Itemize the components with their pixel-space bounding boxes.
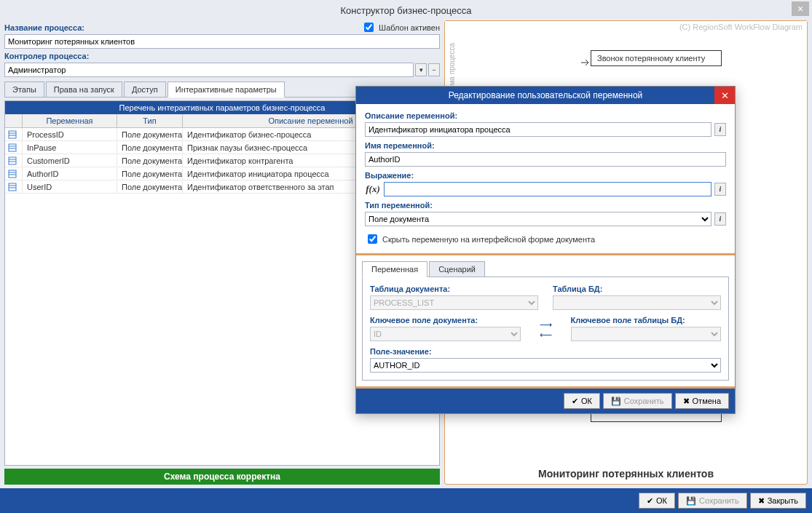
desc-label: Описание переменной: bbox=[365, 111, 726, 120]
desc-info-button[interactable]: i bbox=[714, 123, 726, 136]
link-icon: ⟶⟵ bbox=[535, 319, 556, 340]
cancel-icon: ✖ bbox=[683, 397, 690, 406]
tab-stages[interactable]: Этапы bbox=[4, 81, 44, 97]
doc-key-label: Ключевое поле документа: bbox=[370, 316, 521, 325]
svg-rect-3 bbox=[9, 144, 16, 151]
expr-input[interactable] bbox=[384, 182, 712, 196]
controller-dropdown-button[interactable]: ▾ bbox=[415, 63, 427, 76]
form-icon bbox=[8, 143, 17, 152]
close-icon: ✖ bbox=[758, 496, 765, 506]
process-name-label: Название процесса: bbox=[4, 23, 84, 32]
subtab-variable[interactable]: Переменная bbox=[362, 261, 427, 277]
type-select[interactable]: Поле документа bbox=[365, 212, 712, 226]
main-footer: ✔ ОК 💾 Сохранить ✖ Закрыть bbox=[0, 488, 812, 513]
controller-label: Контролер процесса: bbox=[4, 52, 440, 60]
window-close-button[interactable]: × bbox=[792, 1, 809, 16]
doc-table-select: PROCESS_LIST bbox=[370, 295, 538, 310]
dialog-sub-tabs: Переменная Сценарий bbox=[356, 255, 735, 277]
controller-input[interactable] bbox=[4, 63, 414, 77]
tab-access[interactable]: Доступ bbox=[124, 81, 166, 97]
varname-input[interactable] bbox=[365, 152, 726, 167]
dialog-ok-button[interactable]: ✔ ОК bbox=[564, 393, 600, 409]
db-key-select bbox=[571, 327, 722, 341]
db-table-label: Таблица БД: bbox=[553, 285, 721, 293]
dialog-save-button[interactable]: 💾 Сохранить bbox=[603, 393, 672, 409]
dialog-close-button[interactable]: ✕ bbox=[714, 87, 735, 104]
hide-checkbox-input[interactable] bbox=[368, 234, 377, 244]
variable-editor-dialog: Редактирование пользовательской переменн… bbox=[355, 86, 736, 414]
variable-sub-panel: Таблица документа: PROCESS_LIST Таблица … bbox=[362, 277, 729, 381]
process-name-input[interactable] bbox=[4, 34, 440, 49]
template-active-input[interactable] bbox=[364, 23, 374, 32]
fx-icon: f(x) bbox=[365, 183, 381, 195]
type-label: Тип переменной: bbox=[365, 201, 726, 210]
schema-status: Схема процесса корректна bbox=[4, 469, 440, 485]
db-table-select bbox=[553, 295, 721, 310]
save-icon: 💾 bbox=[611, 397, 621, 406]
diagram-watermark: (C) RegionSoft WorkFlow Diagram bbox=[679, 23, 803, 31]
doc-key-select: ID bbox=[370, 327, 521, 341]
value-field-select[interactable]: AUTHOR_ID bbox=[370, 358, 721, 373]
col-type[interactable]: Тип bbox=[117, 114, 183, 127]
save-icon: 💾 bbox=[686, 496, 696, 506]
svg-rect-12 bbox=[9, 183, 16, 191]
form-icon bbox=[8, 170, 17, 178]
type-info-button[interactable]: i bbox=[714, 212, 726, 226]
main-save-button[interactable]: 💾 Сохранить bbox=[678, 493, 747, 509]
desc-input[interactable] bbox=[365, 122, 712, 137]
value-field-label: Поле-значение: bbox=[370, 347, 721, 356]
svg-rect-6 bbox=[9, 157, 16, 164]
doc-table-label: Таблица документа: bbox=[370, 285, 538, 293]
dialog-cancel-button[interactable]: ✖ Отмена bbox=[675, 393, 729, 409]
template-active-checkbox[interactable]: Шаблон активен bbox=[361, 20, 440, 34]
expr-label: Выражение: bbox=[365, 171, 726, 180]
main-ok-button[interactable]: ✔ ОК bbox=[639, 493, 675, 509]
dialog-title-bar: Редактирование пользовательской переменн… bbox=[356, 87, 735, 104]
check-icon: ✔ bbox=[572, 397, 578, 406]
subtab-script[interactable]: Сценарий bbox=[429, 261, 485, 277]
main-close-button[interactable]: ✖ Закрыть bbox=[750, 493, 806, 509]
arrow-icon bbox=[581, 60, 590, 65]
window-title-bar: Конструктор бизнес-процесса × bbox=[0, 0, 812, 20]
db-key-label: Ключевое поле таблицы БД: bbox=[571, 316, 722, 325]
tab-permissions[interactable]: Права на запуск bbox=[46, 81, 122, 97]
form-icon bbox=[8, 183, 17, 191]
diagram-side-text: ма процесса bbox=[448, 43, 456, 86]
hide-checkbox[interactable]: Скрыть переменную на интерфейсной форме … bbox=[365, 232, 726, 246]
controller-clear-button[interactable]: − bbox=[428, 63, 440, 76]
svg-rect-9 bbox=[9, 170, 16, 178]
diagram-caption: Мониторинг потерянных клиентов bbox=[445, 464, 807, 484]
form-icon bbox=[8, 130, 17, 139]
form-icon bbox=[8, 156, 17, 165]
check-icon: ✔ bbox=[647, 496, 653, 506]
svg-rect-0 bbox=[9, 131, 16, 138]
varname-label: Имя переменной: bbox=[365, 141, 726, 150]
diagram-node-call[interactable]: Звонок потерянному клиенту bbox=[591, 50, 722, 66]
window-title: Конструктор бизнес-процесса bbox=[341, 5, 472, 16]
col-variable[interactable]: Переменная bbox=[23, 114, 117, 127]
dialog-footer: ✔ ОК 💾 Сохранить ✖ Отмена bbox=[356, 389, 735, 413]
tab-interactive-params[interactable]: Интерактивные параметры bbox=[167, 81, 285, 98]
expr-info-button[interactable]: i bbox=[714, 183, 726, 196]
